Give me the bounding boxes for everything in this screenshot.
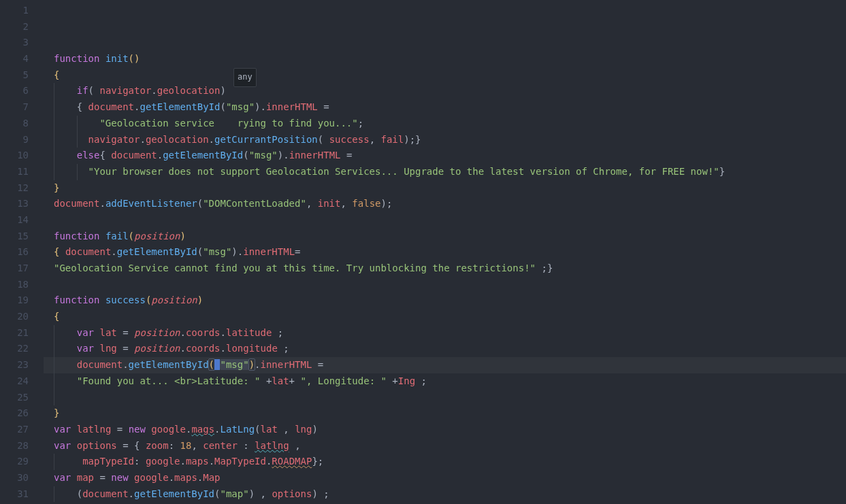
code-line[interactable]: var lng = position.coords.longitude ;	[44, 341, 846, 357]
line-number: 12	[0, 180, 29, 197]
code-line[interactable]: "Geolocation Service cannot find you at …	[44, 261, 846, 277]
line-number: 30	[0, 470, 29, 486]
code-line[interactable]: mapTypeId: google.maps.MapTypeId.ROADMAP…	[44, 454, 846, 470]
line-number: 17	[0, 261, 29, 277]
line-number: 31	[0, 486, 29, 503]
line-number: 9	[0, 132, 29, 148]
code-line[interactable]: { document.getElementById("msg").innerHT…	[44, 99, 846, 116]
code-line[interactable]: }	[44, 405, 846, 422]
code-line[interactable]: document.addEventListener("DOMContentLoa…	[44, 196, 846, 212]
code-line[interactable]	[44, 212, 846, 229]
code-line[interactable]: var options = { zoom: 18, center : latln…	[44, 438, 846, 454]
code-editor[interactable]: 1234567891011121314151617181920212223242…	[0, 0, 846, 504]
line-number: 7	[0, 99, 29, 116]
line-number: 20	[0, 309, 29, 325]
code-line[interactable]: { document.getElementById("msg").innerHT…	[44, 244, 846, 261]
line-number: 23	[0, 357, 29, 373]
line-number: 22	[0, 341, 29, 357]
line-number: 15	[0, 229, 29, 245]
line-number: 26	[0, 405, 29, 422]
code-line[interactable]: function fail(position)	[44, 229, 846, 245]
line-number: 18	[0, 277, 29, 293]
code-line[interactable]: if( navigator.geolocation)	[44, 83, 846, 99]
code-line[interactable]: function init()	[44, 51, 846, 67]
code-line[interactable]: "Geolocation service rying to find you..…	[44, 116, 846, 132]
code-line[interactable]: var lat = position.coords.latitude ;	[44, 325, 846, 341]
line-number: 16	[0, 244, 29, 261]
code-line[interactable]	[44, 277, 846, 293]
code-line[interactable]: {	[44, 67, 846, 84]
code-line[interactable]: }	[44, 180, 846, 197]
line-number: 5	[0, 67, 29, 84]
code-line[interactable]: "Your browser does not support Geolocati…	[44, 164, 846, 180]
line-number: 10	[0, 148, 29, 164]
code-line[interactable]: navigator.geolocation.getCurrantPosition…	[44, 132, 846, 148]
line-number: 3	[0, 35, 29, 51]
line-number: 14	[0, 212, 29, 229]
line-number: 6	[0, 83, 29, 99]
line-number: 25	[0, 390, 29, 406]
line-number: 13	[0, 196, 29, 212]
line-number: 8	[0, 116, 29, 132]
line-number: 2	[0, 19, 29, 35]
line-number: 19	[0, 292, 29, 309]
line-number: 4	[0, 51, 29, 67]
code-line[interactable]: {	[44, 309, 846, 325]
line-number: 27	[0, 422, 29, 438]
code-line[interactable]: function success(position)	[44, 292, 846, 309]
line-number: 21	[0, 325, 29, 341]
code-line[interactable]: "Found you at... <br>Latitude: " +lat+ "…	[44, 373, 846, 390]
line-number: 24	[0, 373, 29, 390]
code-line[interactable]: var map = new google.maps.Map	[44, 470, 846, 486]
code-line[interactable]: document.getElementById( "msg").innerHTM…	[44, 357, 846, 373]
line-number: 28	[0, 438, 29, 454]
line-number: 11	[0, 164, 29, 180]
code-area[interactable]: any function init(){ if( navigator.geolo…	[44, 3, 846, 504]
code-line[interactable]	[44, 390, 846, 406]
code-line[interactable]: var latlng = new google.mags.LatLng(lat …	[44, 422, 846, 438]
line-number-gutter: 1234567891011121314151617181920212223242…	[0, 3, 44, 504]
line-number: 1	[0, 3, 29, 19]
code-line[interactable]: else{ document.getElementById("msg").inn…	[44, 148, 846, 164]
line-number: 29	[0, 454, 29, 470]
code-line[interactable]: (document.getElementById("map") , option…	[44, 486, 846, 503]
